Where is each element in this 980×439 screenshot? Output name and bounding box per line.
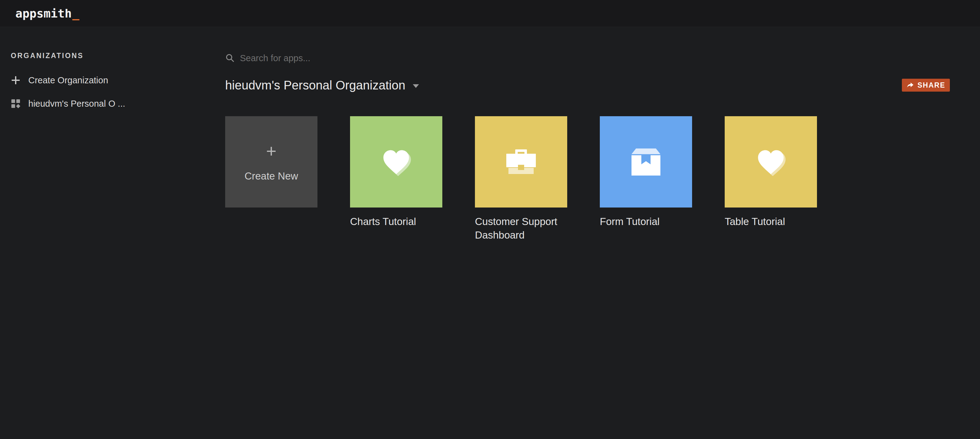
organizations-sidebar: ORGANIZATIONS Create Organization hieudv… xyxy=(0,27,225,439)
organization-switcher[interactable]: hieudvm's Personal Organization xyxy=(225,78,419,92)
org-grid-icon xyxy=(11,99,21,109)
app-card-form-tutorial[interactable] xyxy=(600,116,692,208)
appsmith-logo[interactable]: appsmith _ xyxy=(15,7,80,20)
main-content: hieudvm's Personal Organization SHARE + … xyxy=(225,27,980,439)
app-name: Customer Support Dashboard xyxy=(475,215,567,242)
app-search-bar xyxy=(225,52,950,64)
app-card-customer-support-dashboard[interactable] xyxy=(475,116,567,208)
heart-icon xyxy=(380,146,412,178)
app-name: Form Tutorial xyxy=(600,215,692,228)
create-new-label: Create New xyxy=(245,170,298,182)
heart-icon xyxy=(755,146,787,178)
sidebar-item-create-organization[interactable]: Create Organization xyxy=(11,75,225,86)
app-name: Charts Tutorial xyxy=(350,215,442,228)
plus-icon xyxy=(11,75,21,85)
logo-text: appsmith xyxy=(15,7,72,20)
search-input[interactable] xyxy=(240,53,474,63)
app-card-column: Charts Tutorial xyxy=(350,116,442,242)
organization-title: hieudvm's Personal Organization xyxy=(225,78,406,92)
app-card-column: Form Tutorial xyxy=(600,116,692,242)
logo-cursor: _ xyxy=(72,7,80,20)
create-new-column: + Create New xyxy=(225,116,317,242)
app-name: Table Tutorial xyxy=(725,215,817,228)
top-bar: appsmith _ xyxy=(0,0,980,27)
create-new-app-card[interactable]: + Create New xyxy=(225,116,317,208)
app-card-column: Table Tutorial xyxy=(725,116,817,242)
share-button[interactable]: SHARE xyxy=(902,79,950,92)
sidebar-item-personal-organization[interactable]: hieudvm's Personal O ... xyxy=(11,98,225,109)
share-button-label: SHARE xyxy=(918,81,945,89)
app-card-charts-tutorial[interactable] xyxy=(350,116,442,208)
briefcase-icon xyxy=(506,149,536,174)
app-card-column: Customer Support Dashboard xyxy=(475,116,567,242)
applications-grid: + Create New Charts Tutorial xyxy=(225,116,950,242)
organizations-section-title: ORGANIZATIONS xyxy=(11,52,225,60)
share-arrow-icon xyxy=(907,81,914,89)
package-box-icon xyxy=(632,149,660,176)
sidebar-item-label: Create Organization xyxy=(28,75,108,86)
app-card-table-tutorial[interactable] xyxy=(725,116,817,208)
organization-header-row: hieudvm's Personal Organization SHARE xyxy=(225,76,950,94)
plus-icon: + xyxy=(266,142,277,160)
search-icon xyxy=(225,53,235,63)
sidebar-item-label: hieudvm's Personal O ... xyxy=(28,99,125,109)
chevron-down-icon xyxy=(413,84,419,88)
